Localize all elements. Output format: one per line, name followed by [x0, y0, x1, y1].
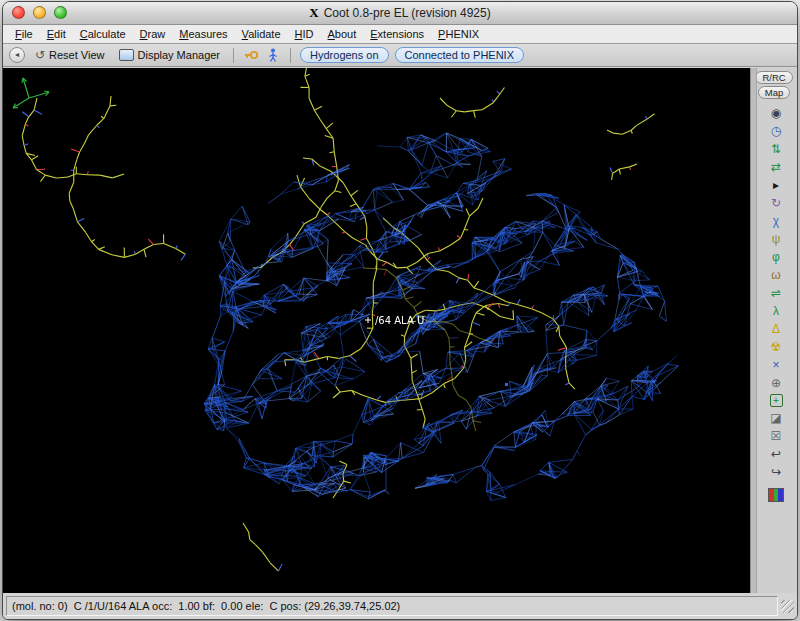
menu-bar: File Edit Calculate Draw Measures Valida… [3, 25, 797, 44]
menu-phenix[interactable]: PHENIX [431, 27, 486, 41]
viewport-area: /64 ALA U [3, 68, 751, 593]
display-colours-icon[interactable] [768, 488, 784, 502]
menu-hid[interactable]: HID [288, 27, 321, 41]
history-clock-icon[interactable]: ◷ [767, 123, 785, 139]
resize-grip[interactable] [781, 600, 794, 613]
molecular-viewport[interactable] [3, 68, 750, 593]
delete-item-icon[interactable]: ☒ [767, 428, 785, 444]
menu-draw[interactable]: Draw [133, 27, 173, 41]
rrc-button[interactable]: R/RC [755, 71, 792, 84]
sidechain-flip-icon[interactable]: λ [767, 303, 785, 319]
auto-fit-rotamer-icon[interactable]: χ [767, 213, 785, 229]
regularize-zone-icon[interactable]: ⇄ [767, 159, 785, 175]
residue-label: /64 ALA U [375, 315, 424, 326]
menu-extensions[interactable]: Extensions [363, 27, 431, 41]
window-title: XCoot 0.8-pre EL (revision 4925) [3, 5, 797, 21]
hydrogens-toggle-button[interactable]: Hydrogens on [300, 47, 389, 63]
display-manager-icon [119, 49, 134, 61]
torsion-general-icon[interactable]: ω [767, 267, 785, 283]
menu-edit[interactable]: Edit [40, 27, 73, 41]
toolbar-overflow-button[interactable]: ◂ [9, 47, 25, 63]
status-bar: (mol. no: 0) C /1/U/164 ALA occ: 1.00 bf… [3, 593, 797, 619]
run-refmac-icon[interactable]: ☢ [767, 339, 785, 355]
main-toolbar: ◂ ↺ Reset View Display Manager Hydrogens… [3, 44, 797, 67]
eraser-icon[interactable]: ◪ [767, 410, 785, 426]
menu-calculate[interactable]: Calculate [73, 27, 133, 41]
undo-icon[interactable]: ↩ [767, 446, 785, 462]
menu-validate[interactable]: Validate [235, 27, 288, 41]
x11-icon: X [309, 5, 318, 20]
menu-about[interactable]: About [321, 27, 364, 41]
content-area: /64 ALA U R/RC Map ◉ ◷ ⇅ ⇄ ▸ ↻ χ ψ φ ω ⇌… [3, 68, 797, 593]
sphere-display-icon[interactable]: ◉ [767, 105, 785, 121]
right-toolbar-scrollbar[interactable] [751, 68, 757, 593]
edit-chi-angles-icon[interactable]: φ [767, 249, 785, 265]
display-manager-label: Display Manager [138, 49, 221, 61]
model-toolbar: ◉ ◷ ⇅ ⇄ ▸ ↻ χ ψ φ ω ⇌ λ Δ ☢ × ⊕ + ◪ ☒ ↩ [767, 105, 785, 502]
toolbar-separator [233, 48, 234, 63]
key-icon[interactable] [243, 47, 259, 63]
menu-measures[interactable]: Measures [172, 27, 234, 41]
mutate-residue-icon[interactable]: Δ [767, 321, 785, 337]
rotate-translate-icon[interactable]: ↻ [767, 195, 785, 211]
rotamers-icon[interactable]: ψ [767, 231, 785, 247]
rigid-body-fit-icon[interactable]: ▸ [767, 177, 785, 193]
reset-view-label: Reset View [49, 49, 104, 61]
menu-file[interactable]: File [8, 27, 40, 41]
map-button[interactable]: Map [758, 86, 790, 99]
display-manager-button[interactable]: Display Manager [115, 48, 225, 62]
person-icon[interactable] [265, 47, 281, 63]
redo-icon[interactable]: ↪ [767, 464, 785, 480]
reset-view-icon: ↺ [35, 48, 45, 62]
flip-peptide-icon[interactable]: ⇌ [767, 285, 785, 301]
clear-picks-icon[interactable]: × [767, 357, 785, 373]
add-residue-icon[interactable]: + [770, 394, 783, 407]
real-space-refine-icon[interactable]: ⇅ [767, 141, 785, 157]
window-title-text: Coot 0.8-pre EL (revision 4925) [324, 6, 491, 20]
app-window: XCoot 0.8-pre EL (revision 4925) File Ed… [2, 1, 798, 620]
right-panel: R/RC Map ◉ ◷ ⇅ ⇄ ▸ ↻ χ ψ φ ω ⇌ λ Δ ☢ × ⊕… [751, 68, 797, 593]
status-text: (mol. no: 0) C /1/U/164 ALA occ: 1.00 bf… [6, 596, 778, 616]
reset-view-button[interactable]: ↺ Reset View [31, 47, 109, 63]
title-bar[interactable]: XCoot 0.8-pre EL (revision 4925) [3, 2, 797, 25]
phenix-connection-button[interactable]: Connected to PHENIX [395, 47, 524, 63]
toolbar-separator [290, 48, 291, 63]
place-atom-icon[interactable]: ⊕ [767, 375, 785, 391]
